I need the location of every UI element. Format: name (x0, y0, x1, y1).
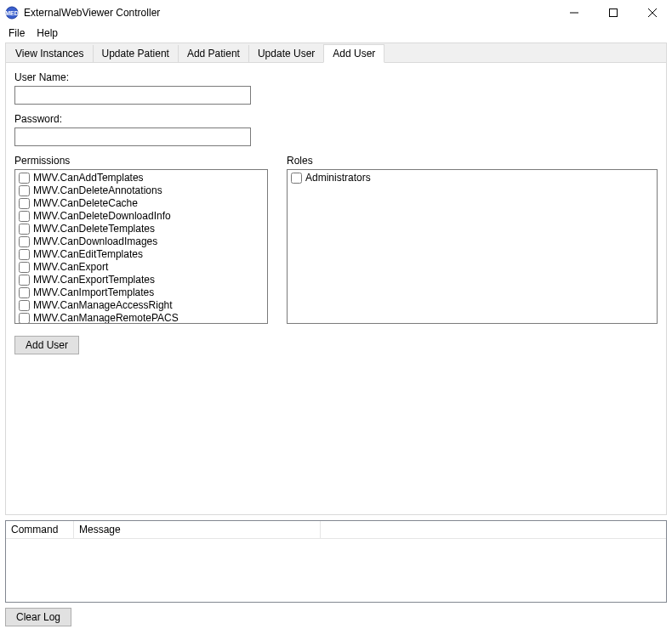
log-panel: Command Message (5, 520, 667, 603)
add-user-button[interactable]: Add User (14, 336, 79, 354)
role-checkbox[interactable] (291, 173, 302, 184)
log-body[interactable] (6, 539, 666, 602)
permission-item[interactable]: MWV.CanDeleteDownloadInfo (17, 210, 265, 223)
permission-label: MWV.CanEditTemplates (33, 248, 143, 261)
permission-item[interactable]: MWV.CanExport (17, 261, 265, 274)
permission-checkbox[interactable] (19, 313, 30, 324)
permission-item[interactable]: MWV.CanManageRemotePACS (17, 312, 265, 324)
permission-item[interactable]: MWV.CanManageAccessRight (17, 299, 265, 312)
permission-item[interactable]: MWV.CanDeleteAnnotations (17, 184, 265, 197)
maximize-button[interactable] (594, 0, 633, 26)
username-input[interactable] (14, 86, 251, 105)
permission-label: MWV.CanDownloadImages (33, 235, 157, 248)
permission-checkbox[interactable] (19, 198, 30, 209)
svg-rect-3 (610, 9, 618, 17)
tab-update-user[interactable]: Update User (249, 45, 324, 62)
username-label: User Name: (14, 71, 658, 83)
menubar: File Help (0, 26, 672, 42)
permission-item[interactable]: MWV.CanDeleteTemplates (17, 223, 265, 235)
permission-label: MWV.CanDeleteTemplates (33, 223, 155, 235)
roles-listbox[interactable]: Administrators (287, 169, 658, 324)
permission-label: MWV.CanManageAccessRight (33, 299, 173, 312)
log-header: Command Message (6, 521, 666, 539)
tab-add-user[interactable]: Add User (323, 44, 384, 63)
menu-file[interactable]: File (9, 27, 25, 39)
permission-checkbox[interactable] (19, 287, 30, 298)
permission-label: MWV.CanAddTemplates (33, 172, 144, 184)
role-label: Administrators (305, 172, 371, 184)
window-title: ExternalWebViewer Controller (24, 7, 160, 19)
permission-label: MWV.CanImportTemplates (33, 286, 154, 299)
window-controls (555, 0, 672, 26)
menu-help[interactable]: Help (37, 27, 58, 39)
close-button[interactable] (633, 0, 672, 26)
log-col-spacer (321, 521, 666, 538)
password-label: Password: (14, 113, 658, 125)
permission-checkbox[interactable] (19, 275, 30, 286)
permission-label: MWV.CanDeleteDownloadInfo (33, 210, 171, 223)
app-icon: MED (5, 6, 19, 20)
svg-text:MED: MED (5, 10, 19, 16)
permission-checkbox[interactable] (19, 173, 30, 184)
permission-label: MWV.CanManageRemotePACS (33, 312, 179, 324)
log-col-command[interactable]: Command (6, 521, 74, 538)
permission-item[interactable]: MWV.CanImportTemplates (17, 286, 265, 299)
titlebar: MED ExternalWebViewer Controller (0, 0, 672, 26)
permission-label: MWV.CanExport (33, 261, 108, 274)
tab-add-patient[interactable]: Add Patient (179, 45, 249, 62)
roles-label: Roles (287, 155, 658, 167)
password-input[interactable] (14, 128, 251, 146)
permission-checkbox[interactable] (19, 185, 30, 196)
permissions-listbox[interactable]: MWV.CanAddTemplatesMWV.CanDeleteAnnotati… (14, 169, 268, 324)
permission-item[interactable]: MWV.CanEditTemplates (17, 248, 265, 261)
tabstrip: View Instances Update Patient Add Patien… (5, 42, 667, 62)
permission-checkbox[interactable] (19, 249, 30, 260)
permission-checkbox[interactable] (19, 262, 30, 273)
permission-item[interactable]: MWV.CanDownloadImages (17, 235, 265, 248)
role-item[interactable]: Administrators (289, 172, 655, 184)
permission-item[interactable]: MWV.CanDeleteCache (17, 197, 265, 210)
permission-checkbox[interactable] (19, 211, 30, 222)
permission-label: MWV.CanExportTemplates (33, 274, 155, 286)
permission-item[interactable]: MWV.CanExportTemplates (17, 274, 265, 286)
tab-update-patient[interactable]: Update Patient (94, 45, 179, 62)
permissions-label: Permissions (14, 155, 268, 167)
permission-checkbox[interactable] (19, 300, 30, 311)
permission-checkbox[interactable] (19, 236, 30, 247)
permission-item[interactable]: MWV.CanAddTemplates (17, 172, 265, 184)
clear-log-button[interactable]: Clear Log (5, 608, 71, 626)
permission-label: MWV.CanDeleteAnnotations (33, 184, 162, 197)
permission-label: MWV.CanDeleteCache (33, 197, 138, 210)
minimize-button[interactable] (555, 0, 594, 26)
permission-checkbox[interactable] (19, 224, 30, 235)
tabpanel-add-user: User Name: Password: Permissions MWV.Can… (5, 62, 667, 515)
log-col-message[interactable]: Message (74, 521, 321, 538)
tab-view-instances[interactable]: View Instances (7, 45, 94, 62)
